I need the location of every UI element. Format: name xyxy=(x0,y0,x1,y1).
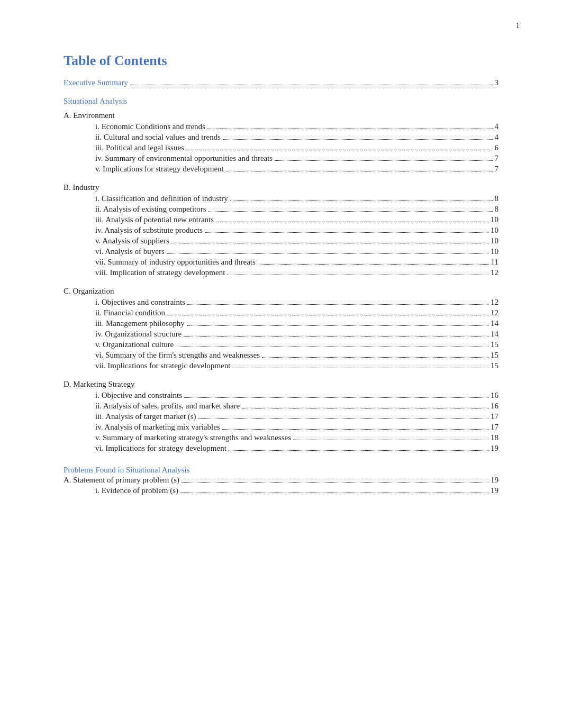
org-item-7-text: vii. Implications for strategic developm… xyxy=(95,361,230,370)
org-item-3-page: 14 xyxy=(491,319,498,328)
subsection-industry: B. Industry i. Classification and defini… xyxy=(64,183,498,277)
problems-found-header[interactable]: Problems Found in Situational Analysis xyxy=(64,466,498,475)
env-item-2: ii. Cultural and social values and trend… xyxy=(64,133,498,142)
org-item-4-page: 14 xyxy=(491,330,498,339)
problems-item-a: A. Statement of primary problem (s) 19 xyxy=(64,476,498,485)
ind-item-5-page: 10 xyxy=(491,236,498,245)
marketing-label: D. Marketing Strategy xyxy=(64,380,498,389)
ind-item-6: vi. Analysis of buyers 10 xyxy=(64,247,498,256)
ind-item-7: vii. Summary of industry opportunities a… xyxy=(64,258,498,267)
industry-label: B. Industry xyxy=(64,183,498,192)
ind-item-8-page: 12 xyxy=(491,268,498,277)
page-number: 1 xyxy=(516,21,520,30)
ind-item-4-text: iv. Analysis of substitute products xyxy=(95,226,203,235)
org-item-5-text: v. Organizational culture xyxy=(95,340,174,349)
section-problems-found: Problems Found in Situational Analysis A… xyxy=(64,466,498,495)
ind-item-8-text: viii. Implication of strategy developmen… xyxy=(95,268,225,277)
problems-item-a-i-text: i. Evidence of problem (s) xyxy=(95,486,178,495)
org-item-2-text: ii. Financial condition xyxy=(95,308,165,317)
org-item-1: i. Objectives and constraints 12 xyxy=(64,298,498,307)
ind-item-4: iv. Analysis of substitute products 10 xyxy=(64,226,498,235)
mkt-item-1-text: i. Objective and constraints xyxy=(95,391,182,400)
problems-item-a-page: 19 xyxy=(491,476,498,485)
org-item-5: v. Organizational culture 15 xyxy=(64,340,498,349)
ind-item-3: iii. Analysis of potential new entrants … xyxy=(64,215,498,224)
org-item-1-page: 12 xyxy=(491,298,498,307)
org-item-7-page: 15 xyxy=(491,361,498,370)
situational-analysis-header[interactable]: Situational Analysis xyxy=(64,97,498,106)
env-item-4-text: iv. Summary of environmental opportuniti… xyxy=(95,154,273,163)
env-item-3-page: 6 xyxy=(495,143,499,152)
ind-item-3-text: iii. Analysis of potential new entrants xyxy=(95,215,214,224)
org-item-6: vi. Summary of the firm's strengths and … xyxy=(64,351,498,360)
ind-item-6-text: vi. Analysis of buyers xyxy=(95,247,165,256)
env-item-5-page: 7 xyxy=(495,165,499,174)
org-item-3: iii. Management philosophy 14 xyxy=(64,319,498,328)
ind-item-1-page: 8 xyxy=(495,194,499,203)
org-item-4: iv. Organizational structure 14 xyxy=(64,330,498,339)
ind-item-2-page: 8 xyxy=(495,205,499,214)
ind-item-4-page: 10 xyxy=(491,226,498,235)
ind-item-5-text: v. Analysis of suppliers xyxy=(95,236,169,245)
ind-item-2-text: ii. Analysis of existing competitors xyxy=(95,205,206,214)
mkt-item-3: iii. Analysis of target market (s) 17 xyxy=(64,412,498,421)
environment-label: A. Environment xyxy=(64,111,498,120)
org-item-4-text: iv. Organizational structure xyxy=(95,330,182,339)
toc-title: Table of Contents xyxy=(64,53,498,69)
env-item-5: v. Implications for strategy development… xyxy=(64,165,498,174)
env-item-3: iii. Political and legal issues 6 xyxy=(64,143,498,152)
ind-item-1: i. Classification and definition of indu… xyxy=(64,194,498,203)
executive-summary-link[interactable]: Executive Summary xyxy=(64,78,128,87)
section-situational-analysis: Situational Analysis A. Environment i. E… xyxy=(64,97,498,453)
org-item-7: vii. Implications for strategic developm… xyxy=(64,361,498,370)
problems-item-a-text: A. Statement of primary problem (s) xyxy=(64,476,179,485)
subsection-environment: A. Environment i. Economic Conditions an… xyxy=(64,111,498,174)
mkt-item-1-page: 16 xyxy=(491,391,498,400)
subsection-marketing: D. Marketing Strategy i. Objective and c… xyxy=(64,380,498,453)
mkt-item-2: ii. Analysis of sales, profits, and mark… xyxy=(64,402,498,411)
ind-item-6-page: 10 xyxy=(491,247,498,256)
mkt-item-4: iv. Analysis of marketing mix variables … xyxy=(64,423,498,432)
mkt-item-6: vi. Implications for strategy developmen… xyxy=(64,444,498,453)
org-item-3-text: iii. Management philosophy xyxy=(95,319,185,328)
subsection-organization: C. Organization i. Objectives and constr… xyxy=(64,287,498,370)
ind-item-1-text: i. Classification and definition of indu… xyxy=(95,194,228,203)
env-item-1: i. Economic Conditions and trends 4 xyxy=(64,122,498,131)
mkt-item-6-page: 19 xyxy=(491,444,498,453)
env-item-4: iv. Summary of environmental opportuniti… xyxy=(64,154,498,163)
org-item-6-text: vi. Summary of the firm's strengths and … xyxy=(95,351,260,360)
org-item-6-page: 15 xyxy=(491,351,498,360)
env-item-2-page: 4 xyxy=(495,133,499,142)
mkt-item-5-text: v. Summary of marketing strategy's stren… xyxy=(95,433,291,442)
env-item-1-page: 4 xyxy=(495,122,499,131)
ind-item-7-page: 11 xyxy=(491,258,498,267)
ind-item-7-text: vii. Summary of industry opportunities a… xyxy=(95,258,256,267)
env-item-2-text: ii. Cultural and social values and trend… xyxy=(95,133,221,142)
mkt-item-2-text: ii. Analysis of sales, profits, and mark… xyxy=(95,402,240,411)
problems-item-a-i: i. Evidence of problem (s) 19 xyxy=(64,486,498,495)
executive-summary-dots xyxy=(130,85,492,85)
ind-item-2: ii. Analysis of existing competitors 8 xyxy=(64,205,498,214)
org-item-2: ii. Financial condition 12 xyxy=(64,308,498,317)
mkt-item-2-page: 16 xyxy=(491,402,498,411)
env-item-4-page: 7 xyxy=(495,154,499,163)
problems-item-a-i-page: 19 xyxy=(491,486,498,495)
ind-item-5: v. Analysis of suppliers 10 xyxy=(64,236,498,245)
ind-item-8: viii. Implication of strategy developmen… xyxy=(64,268,498,277)
env-item-3-text: iii. Political and legal issues xyxy=(95,143,184,152)
mkt-item-4-page: 17 xyxy=(491,423,498,432)
mkt-item-3-page: 17 xyxy=(491,412,498,421)
ind-item-3-page: 10 xyxy=(491,215,498,224)
mkt-item-6-text: vi. Implications for strategy developmen… xyxy=(95,444,226,453)
executive-summary-page: 3 xyxy=(495,78,499,87)
organization-label: C. Organization xyxy=(64,287,498,296)
executive-summary-row: Executive Summary 3 xyxy=(64,78,498,87)
mkt-item-5-page: 18 xyxy=(491,433,498,442)
mkt-item-4-text: iv. Analysis of marketing mix variables xyxy=(95,423,220,432)
mkt-item-3-text: iii. Analysis of target market (s) xyxy=(95,412,196,421)
mkt-item-5: v. Summary of marketing strategy's stren… xyxy=(64,433,498,442)
env-item-1-text: i. Economic Conditions and trends xyxy=(95,122,205,131)
mkt-item-1: i. Objective and constraints 16 xyxy=(64,391,498,400)
org-item-5-page: 15 xyxy=(491,340,498,349)
org-item-2-page: 12 xyxy=(491,308,498,317)
